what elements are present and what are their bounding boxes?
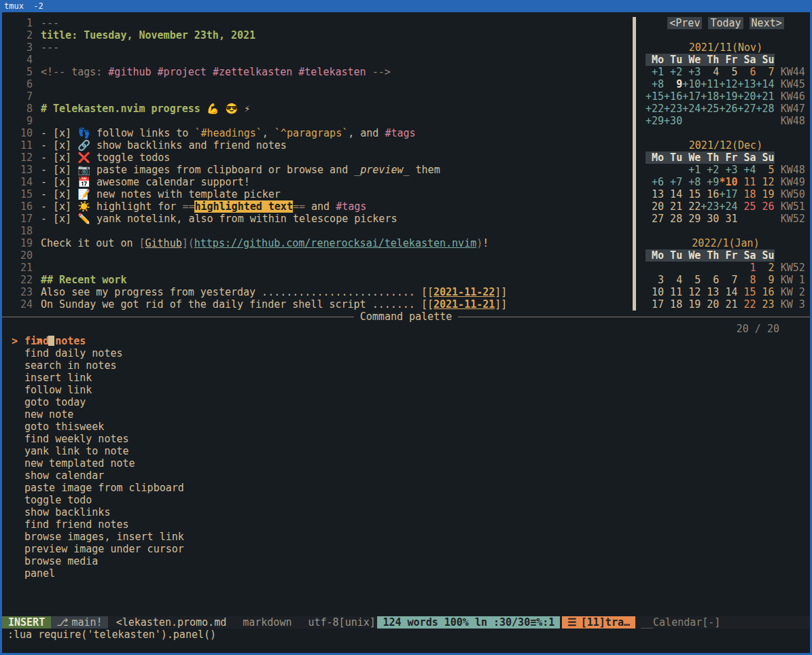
calendar-day[interactable] — [664, 262, 682, 274]
editor-line[interactable]: 11- [x] 🔗 show backlinks and friend note… — [2, 139, 641, 152]
calendar-day[interactable] — [737, 115, 756, 127]
calendar-day[interactable]: 9 — [664, 78, 682, 90]
calendar-day[interactable]: 13 — [646, 188, 664, 200]
calendar-day[interactable] — [737, 213, 756, 225]
calendar-day[interactable]: +13 — [737, 78, 756, 90]
calendar-day[interactable]: +28 — [756, 103, 775, 115]
command-line[interactable]: :lua require('telekasten').panel() — [2, 629, 810, 641]
editor-window[interactable]: 1---2title: Tuesday, November 23th, 2021… — [2, 17, 641, 311]
palette-item[interactable]: find daily notes — [2, 347, 810, 359]
calendar-day[interactable]: 18 — [737, 188, 756, 200]
calendar-day[interactable]: +18 — [701, 90, 719, 103]
calendar-day[interactable]: 20 — [646, 200, 664, 213]
editor-line[interactable]: 13- [x] 📷 paste images from clipboard or… — [2, 164, 641, 176]
palette-item[interactable]: goto today — [2, 396, 810, 408]
calendar-day[interactable]: 30 — [701, 213, 719, 225]
calendar-nav-button[interactable]: Today — [708, 17, 743, 29]
calendar-day[interactable]: 20 — [701, 298, 719, 311]
editor-line[interactable]: 7 — [2, 90, 641, 103]
editor-line[interactable]: 8# Telekasten.nvim progress 💪 😎 ⚡ — [2, 103, 641, 115]
editor-line[interactable]: 20 — [2, 249, 641, 262]
calendar-day[interactable]: 7 — [756, 66, 775, 78]
calendar-day[interactable] — [756, 115, 775, 127]
calendar-day[interactable]: +17 — [682, 90, 701, 103]
editor-line[interactable]: 15- [x] 📝 new notes with template picker — [2, 188, 641, 200]
calendar-day[interactable]: +6 — [646, 176, 664, 188]
calendar-day[interactable]: +22 — [646, 103, 664, 115]
calendar-day[interactable]: 4 — [664, 274, 682, 286]
calendar-day[interactable]: +21 — [756, 90, 775, 103]
editor-line[interactable]: 6 — [2, 78, 641, 90]
calendar-day[interactable]: +23 — [664, 103, 682, 115]
calendar-day[interactable]: 27 — [646, 213, 664, 225]
editor-line[interactable]: 10- [x] 👣 follow links to `#headings`, `… — [2, 127, 641, 139]
calendar-day[interactable]: 18 — [664, 298, 682, 311]
calendar-nav-button[interactable]: <Prev — [667, 17, 702, 29]
editor-line[interactable]: 23Also see my progress from yesterday ..… — [2, 286, 641, 298]
calendar-day[interactable]: 28 — [664, 213, 682, 225]
calendar-day[interactable]: 23 — [756, 298, 775, 311]
calendar-day[interactable]: 2 — [756, 262, 775, 274]
calendar-day[interactable] — [646, 262, 664, 274]
editor-line[interactable]: 17- [x] ✏️ yank notelink, also from with… — [2, 213, 641, 225]
calendar-day[interactable]: 26 — [756, 200, 775, 213]
calendar-day[interactable]: 19 — [682, 298, 701, 311]
calendar-day[interactable]: +3 — [719, 164, 737, 176]
editor-scrollbar[interactable] — [633, 17, 636, 311]
calendar-day[interactable]: +9 — [701, 176, 719, 188]
calendar-day[interactable]: +24 — [682, 103, 701, 115]
calendar-day[interactable]: 15 — [682, 188, 701, 200]
palette-item[interactable]: browse images, insert link — [2, 531, 810, 543]
calendar-day[interactable]: +10 — [682, 78, 701, 90]
calendar-day[interactable]: 11 — [737, 176, 756, 188]
palette-item[interactable]: show backlinks — [2, 506, 810, 518]
calendar-day[interactable]: +1 — [646, 66, 664, 78]
editor-line[interactable]: 22## Recent work — [2, 274, 641, 286]
calendar-day[interactable] — [756, 213, 775, 225]
editor-line[interactable]: 1--- — [2, 17, 641, 29]
calendar-day[interactable]: 14 — [664, 188, 682, 200]
calendar-day[interactable]: +11 — [701, 78, 719, 90]
calendar-day[interactable]: +27 — [737, 103, 756, 115]
calendar-day[interactable]: 31 — [719, 213, 737, 225]
editor-line[interactable]: 16- [x] ☀️ highlight for ==highlighted t… — [2, 200, 641, 213]
calendar-day[interactable] — [701, 115, 719, 127]
calendar-day[interactable]: +16 — [664, 90, 682, 103]
calendar-day[interactable]: 12 — [756, 176, 775, 188]
calendar-day[interactable]: 7 — [719, 274, 737, 286]
calendar-day[interactable]: 6 — [737, 66, 756, 78]
calendar-day[interactable]: +15 — [646, 90, 664, 103]
calendar-day[interactable] — [682, 115, 701, 127]
editor-line[interactable]: 9 — [2, 115, 641, 127]
calendar-day[interactable] — [719, 262, 737, 274]
editor-line[interactable]: 24On Sunday we got rid of the daily find… — [2, 298, 641, 311]
calendar-day[interactable]: +12 — [719, 78, 737, 90]
calendar-day[interactable]: +8 — [682, 176, 701, 188]
calendar-day[interactable]: 29 — [682, 213, 701, 225]
calendar-day[interactable]: 17 — [646, 298, 664, 311]
calendar-day[interactable]: 12 — [682, 286, 701, 298]
calendar-day[interactable]: +2 — [664, 66, 682, 78]
palette-item[interactable]: toggle todo — [2, 494, 810, 506]
calendar-day[interactable]: 25 — [737, 200, 756, 213]
editor-line[interactable]: 4 — [2, 54, 641, 66]
editor-line[interactable]: 14- [x] 📅 awesome calendar support! — [2, 176, 641, 188]
calendar-day[interactable]: +25 — [701, 103, 719, 115]
calendar-day[interactable]: +23 — [701, 200, 719, 213]
calendar-day[interactable]: 22 — [682, 200, 701, 213]
calendar-day[interactable]: *10 — [719, 176, 737, 188]
editor-line[interactable]: 12- [x] ❌ toggle todos — [2, 152, 641, 164]
calendar-day[interactable]: 19 — [756, 188, 775, 200]
palette-item[interactable]: preview image under cursor — [2, 543, 810, 555]
calendar-day[interactable]: 5 — [682, 274, 701, 286]
palette-prompt[interactable]: > 20 / 20 — [2, 323, 810, 335]
calendar-day[interactable]: 21 — [664, 200, 682, 213]
calendar-day[interactable]: 1 — [737, 262, 756, 274]
palette-item[interactable]: follow link — [2, 384, 810, 396]
calendar-day[interactable]: +4 — [737, 164, 756, 176]
editor-line[interactable]: 21 — [2, 262, 641, 274]
calendar-day[interactable] — [664, 164, 682, 176]
calendar-day[interactable]: 15 — [737, 286, 756, 298]
calendar-day[interactable] — [682, 262, 701, 274]
calendar-day[interactable]: 9 — [756, 274, 775, 286]
